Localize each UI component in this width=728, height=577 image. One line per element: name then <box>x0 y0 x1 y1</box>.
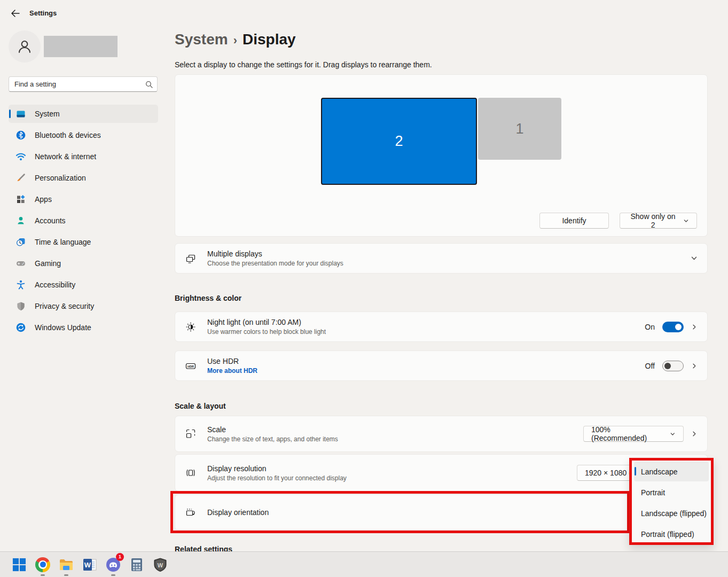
chevron-right-icon[interactable] <box>691 431 698 437</box>
row-title: Use HDR <box>207 357 257 365</box>
back-button[interactable] <box>7 6 22 20</box>
chevron-right-icon[interactable] <box>691 324 698 330</box>
display-orientation-icon <box>185 506 197 518</box>
sidebar-item-accounts[interactable]: Accounts <box>9 212 158 230</box>
dropdown-option-landscape[interactable]: Landscape <box>634 462 709 481</box>
dropdown-option-portrait-flipped[interactable]: Portrait (flipped) <box>634 524 709 544</box>
show-only-label: Show only on 2 <box>628 212 678 229</box>
page-subtitle: Select a display to change the settings … <box>175 60 432 69</box>
row-title: Night light (on until 7:00 AM) <box>207 318 326 326</box>
sidebar-item-label: Accounts <box>35 216 66 225</box>
row-subtitle: Adjust the resolution to fit your connec… <box>207 474 347 482</box>
taskbar-chrome[interactable] <box>31 552 54 577</box>
sidebar-item-network[interactable]: Network & internet <box>9 147 158 166</box>
row-subtitle: Change the size of text, apps, and other… <box>207 435 338 443</box>
taskbar-discord[interactable]: 1 <box>101 552 125 577</box>
sidebar-item-label: Time & language <box>35 238 91 246</box>
taskbar-word[interactable]: W <box>78 552 101 577</box>
breadcrumb-parent[interactable]: System <box>175 31 228 48</box>
file-explorer-icon <box>59 557 74 572</box>
identify-button[interactable]: Identify <box>539 213 609 229</box>
chevron-down-icon <box>683 218 689 224</box>
sidebar-item-label: Privacy & security <box>35 302 94 310</box>
bluetooth-icon <box>15 130 26 141</box>
taskbar-world-of-tanks[interactable]: W <box>148 552 172 577</box>
settings-window: Settings System Bluetooth & devices Netw… <box>0 0 728 577</box>
row-title: Scale <box>207 425 338 434</box>
scale-value: 100% (Recommended) <box>591 425 665 442</box>
dropdown-option-landscape-flipped[interactable]: Landscape (flipped) <box>634 503 709 523</box>
taskbar-file-explorer[interactable] <box>54 552 78 577</box>
search-box[interactable] <box>9 76 158 92</box>
sidebar-item-personalization[interactable]: Personalization <box>9 169 158 187</box>
accessibility-icon <box>15 279 26 290</box>
running-indicator <box>64 574 68 576</box>
dropdown-option-portrait[interactable]: Portrait <box>634 482 709 502</box>
multiple-displays-row[interactable]: Multiple displays Choose the presentatio… <box>175 243 708 274</box>
display-resolution-icon <box>185 467 197 479</box>
more-about-hdr-link[interactable]: More about HDR <box>207 367 257 375</box>
selected-accent-bar <box>635 467 636 475</box>
word-icon: W <box>82 557 97 572</box>
apps-icon <box>15 194 26 205</box>
sidebar-item-label: Personalization <box>35 174 86 182</box>
monitor-1[interactable]: 1 <box>478 98 561 160</box>
hdr-toggle[interactable] <box>662 361 684 371</box>
row-title: Display orientation <box>207 508 269 517</box>
sidebar-item-accessibility[interactable]: Accessibility <box>9 276 158 294</box>
night-light-toggle[interactable] <box>662 322 684 332</box>
night-light-state: On <box>645 323 655 331</box>
display-arrangement-card: 2 1 Identify Show only on 2 <box>175 74 708 237</box>
monitor-1-label: 1 <box>515 121 523 137</box>
chevron-down-icon[interactable] <box>691 255 698 262</box>
wifi-icon <box>15 151 26 162</box>
calculator-icon <box>130 558 144 572</box>
row-title: Multiple displays <box>207 249 343 258</box>
sidebar-item-windows-update[interactable]: Windows Update <box>9 318 158 337</box>
running-indicator <box>41 574 45 576</box>
world-of-tanks-icon: W <box>153 558 167 572</box>
chevron-right-icon[interactable] <box>691 363 698 369</box>
taskbar-calculator[interactable] <box>125 552 148 577</box>
sidebar-item-privacy[interactable]: Privacy & security <box>9 297 158 315</box>
sidebar-item-label: Gaming <box>35 259 61 268</box>
clock-icon <box>15 237 26 247</box>
sidebar-item-gaming[interactable]: Gaming <box>9 254 158 272</box>
display-resolution-row[interactable]: Display resolution Adjust the resolution… <box>175 454 708 492</box>
option-label: Landscape <box>641 467 678 476</box>
resolution-value: 1920 × 1080 ( <box>585 469 631 477</box>
page-title: Display <box>242 31 296 48</box>
windows-logo-icon <box>12 558 26 572</box>
monitor-2[interactable]: 2 <box>321 98 477 185</box>
notification-badge: 1 <box>116 553 124 561</box>
sidebar-item-system[interactable]: System <box>9 105 158 123</box>
avatar[interactable] <box>9 30 41 63</box>
shield-icon <box>15 301 26 311</box>
orientation-dropdown: Landscape Portrait Landscape (flipped) P… <box>629 458 714 545</box>
start-button[interactable] <box>7 552 31 577</box>
sidebar-item-bluetooth[interactable]: Bluetooth & devices <box>9 126 158 144</box>
brush-icon <box>15 173 26 183</box>
breadcrumb: System›Display <box>175 31 296 48</box>
show-only-dropdown[interactable]: Show only on 2 <box>620 213 697 229</box>
svg-text:W: W <box>158 562 163 568</box>
scale-row[interactable]: Scale Change the size of text, apps, and… <box>175 416 708 452</box>
row-subtitle: Use warmer colors to help block blue lig… <box>207 328 326 336</box>
svg-text:HDR: HDR <box>187 364 194 368</box>
back-arrow-icon <box>11 10 20 17</box>
use-hdr-row[interactable]: HDR Use HDR More about HDR Off <box>175 350 708 381</box>
night-light-row[interactable]: Night light (on until 7:00 AM) Use warme… <box>175 311 708 342</box>
search-input[interactable] <box>14 80 145 88</box>
taskbar: W 1 W <box>0 551 728 577</box>
sidebar-item-apps[interactable]: Apps <box>9 190 158 208</box>
sidebar-item-label: System <box>35 110 60 118</box>
sidebar-item-label: Accessibility <box>35 280 75 289</box>
scale-icon <box>185 428 197 440</box>
sidebar-item-label: Network & internet <box>35 152 96 161</box>
display-orientation-row[interactable]: Display orientation <box>175 494 708 531</box>
sidebar-item-time-language[interactable]: Time & language <box>9 233 158 251</box>
scale-select[interactable]: 100% (Recommended) <box>583 426 684 442</box>
selected-accent-bar <box>9 110 11 118</box>
accounts-icon <box>15 215 26 226</box>
sidebar-item-label: Windows Update <box>35 323 91 332</box>
